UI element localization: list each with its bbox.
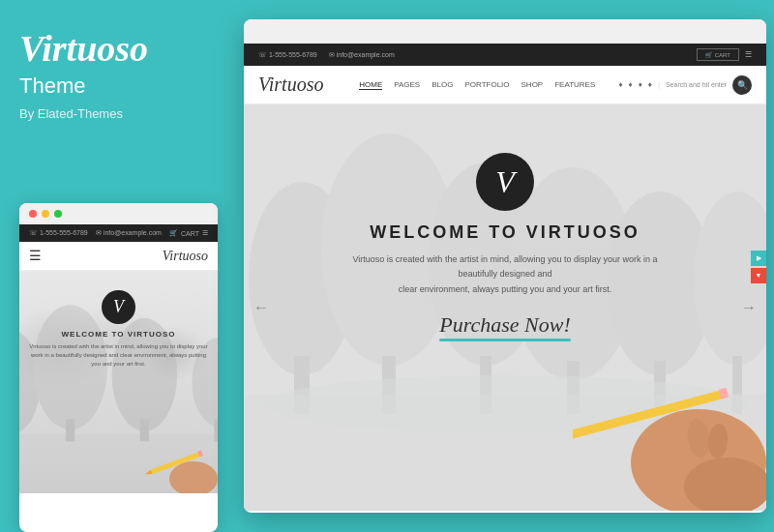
search-icon: 🔍 (737, 80, 748, 90)
cart-icon: 🛒 (169, 229, 178, 237)
social-icon-1: ♦ (619, 80, 623, 89)
hero-arrow-right[interactable]: → (741, 299, 757, 316)
left-panel: Virtuoso Theme By Elated-Themes ☏ 1-555-… (0, 0, 237, 532)
mobile-welcome-text: WELCOME TO VIRTUOSO (62, 330, 176, 339)
hamburger-icon[interactable]: ☰ (29, 248, 42, 264)
browser-green-dot (283, 27, 291, 36)
mobile-hand (140, 435, 218, 493)
social-icon-4: ♦ (648, 80, 652, 89)
hero-logo-letter: V (495, 164, 515, 200)
mobile-logo: Virtuoso (163, 249, 208, 264)
hand-pencil (573, 337, 766, 511)
nav-pages[interactable]: PAGES (394, 80, 420, 90)
nav-divider: | (658, 80, 660, 89)
hero-title: WELCOME TO VIRTUOSO (370, 222, 640, 243)
side-btn-teal[interactable]: ▶ (751, 251, 766, 266)
brand-title: Virtuoso (19, 29, 218, 70)
hero-arrow-left[interactable]: ← (253, 299, 269, 316)
desktop-phone: ☏ 1-555-555-6789 (258, 51, 317, 59)
cart-label: CART (181, 230, 199, 237)
mobile-desc-text: Virtuoso is created with the artist in m… (29, 342, 208, 369)
desktop-cart-label: CART (715, 52, 730, 58)
browser-topbar: ☏ 1-555-555-6789 ✉ info@example.com 🛒 CA… (244, 44, 766, 66)
desktop-hero: ← V WELCOME TO VIRTUOSO Virtuoso is crea… (244, 104, 766, 511)
search-button[interactable]: 🔍 (732, 75, 752, 95)
browser-topbar-left: ☏ 1-555-555-6789 ✉ info@example.com (258, 51, 395, 59)
browser-nav: Virtuoso HOME PAGES BLOG PORTFOLIO SHOP … (244, 66, 766, 104)
brand-subtitle: Theme (19, 74, 218, 99)
browser-topbar-right: 🛒 CART ☰ (697, 48, 752, 61)
mobile-hero: V WELCOME TO VIRTUOSO Virtuoso is create… (19, 271, 218, 493)
nav-portfolio[interactable]: PORTFOLIO (464, 80, 509, 90)
desktop-preview: ☏ 1-555-555-6789 ✉ info@example.com 🛒 CA… (244, 19, 766, 513)
mobile-cart: 🛒 CART ☰ (169, 229, 208, 237)
mobile-phone: ☏ 1-555-555-6789 (29, 229, 88, 237)
social-icon-3: ♦ (639, 80, 642, 89)
purchase-button[interactable]: Purchase Now! (439, 312, 570, 338)
green-dot (54, 210, 62, 218)
mobile-traffic-lights (19, 203, 218, 224)
desktop-site-logo: Virtuoso (258, 74, 336, 96)
svg-point-9 (169, 461, 218, 493)
topbar-menu-icon: ☰ (745, 50, 752, 59)
red-dot (29, 210, 37, 218)
nav-home[interactable]: HOME (359, 80, 382, 90)
desktop-cart-btn[interactable]: 🛒 CART (697, 48, 739, 61)
brand-by: By Elated-Themes (19, 106, 218, 121)
svg-marker-11 (144, 469, 152, 476)
hero-logo-circle: V (476, 153, 534, 211)
desktop-email: ✉ info@example.com (329, 51, 395, 59)
nav-shop[interactable]: SHOP (521, 80, 544, 90)
hero-desc-line2: clear environment, always putting you an… (399, 284, 612, 294)
yellow-dot (42, 210, 49, 218)
mobile-logo-letter: V (113, 297, 124, 317)
browser-yellow-dot (269, 27, 278, 36)
mobile-email: ✉ info@example.com (96, 229, 162, 237)
nav-blog[interactable]: BLOG (432, 80, 453, 90)
social-icon-2: ♦ (629, 80, 633, 89)
desktop-nav-links: HOME PAGES BLOG PORTFOLIO SHOP FEATURES (359, 80, 595, 90)
mobile-topbar: ☏ 1-555-555-6789 ✉ info@example.com 🛒 CA… (19, 224, 218, 242)
mobile-logo-circle: V (102, 290, 135, 324)
mobile-nav: ☰ Virtuoso (19, 242, 218, 271)
menu-icon: ☰ (202, 229, 208, 237)
side-buttons: ▶ ▼ (751, 251, 766, 283)
mobile-preview: ☏ 1-555-555-6789 ✉ info@example.com 🛒 CA… (19, 203, 218, 532)
search-hint: Search and hit enter (666, 81, 727, 88)
cart-icon-desktop: 🛒 (705, 51, 712, 58)
desktop-nav-right: ♦ ♦ ♦ ♦ | Search and hit enter 🔍 (619, 75, 753, 95)
mobile-hero-content: V WELCOME TO VIRTUOSO Virtuoso is create… (19, 290, 218, 369)
svg-rect-4 (66, 419, 74, 441)
browser-chrome (244, 19, 766, 44)
hero-desc-line1: Virtuoso is created with the artist in m… (353, 254, 658, 279)
browser-red-dot (255, 27, 264, 36)
hero-content: V WELCOME TO VIRTUOSO Virtuoso is create… (244, 153, 766, 338)
hero-desc: Virtuoso is created with the artist in m… (350, 252, 660, 297)
nav-features[interactable]: FEATURES (554, 80, 595, 90)
side-btn-red[interactable]: ▼ (751, 268, 766, 283)
